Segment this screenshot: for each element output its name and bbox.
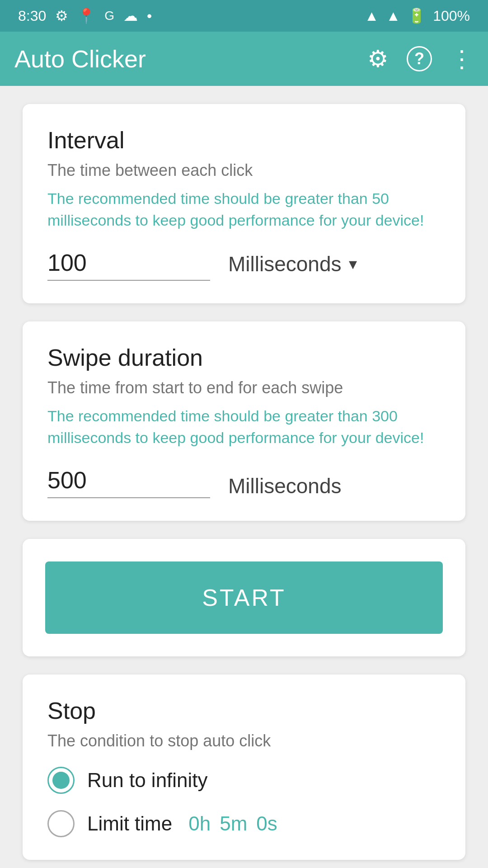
radio-infinity-circle	[47, 767, 75, 794]
swipe-unit-label: Milliseconds	[228, 474, 342, 498]
interval-unit-select[interactable]: Milliseconds ▾	[228, 252, 357, 281]
battery-percent: 100%	[433, 8, 470, 24]
limit-time-values: 0h 5m 0s	[188, 812, 277, 835]
radio-limit[interactable]: Limit time 0h 5m 0s	[47, 810, 441, 837]
radio-infinity[interactable]: Run to infinity	[47, 767, 441, 794]
swipe-note: The recommended time should be greater t…	[47, 406, 441, 448]
radio-infinity-label: Run to infinity	[87, 769, 208, 792]
main-content: Interval The time between each click The…	[0, 86, 488, 868]
signal-icon: ▲	[386, 8, 400, 24]
status-left: 8:30 ⚙ 📍 G ☁ •	[18, 7, 152, 24]
limit-seconds: 0s	[256, 812, 277, 835]
interval-note: The recommended time should be greater t…	[47, 188, 441, 231]
interval-input-row: Milliseconds ▾	[47, 249, 441, 281]
swipe-duration-card: Swipe duration The time from start to en…	[23, 321, 465, 521]
radio-limit-circle	[47, 810, 75, 837]
status-bar: 8:30 ⚙ 📍 G ☁ • ▲ ▲ 🔋 100%	[0, 0, 488, 32]
stop-subtitle: The condition to stop auto click	[47, 731, 441, 750]
start-card: START	[23, 539, 465, 656]
stop-radio-group: Run to infinity Limit time 0h 5m 0s	[47, 767, 441, 837]
swipe-title: Swipe duration	[47, 344, 441, 371]
radio-infinity-inner	[52, 772, 70, 789]
swipe-value-input[interactable]	[47, 467, 210, 498]
stop-title: Stop	[47, 697, 441, 724]
radio-limit-label: Limit time	[87, 812, 172, 835]
interval-unit-label: Milliseconds	[228, 252, 342, 276]
more-icon[interactable]: ⋮	[450, 45, 474, 72]
limit-hours: 0h	[188, 812, 211, 835]
interval-card: Interval The time between each click The…	[23, 104, 465, 303]
battery-icon: 🔋	[408, 7, 426, 24]
stop-card: Stop The condition to stop auto click Ru…	[23, 675, 465, 860]
interval-dropdown-arrow: ▾	[349, 255, 357, 274]
interval-title: Interval	[47, 127, 441, 154]
start-button[interactable]: START	[45, 561, 443, 634]
wifi-icon: ▲	[365, 8, 379, 24]
help-icon[interactable]: ?	[407, 46, 432, 71]
interval-subtitle: The time between each click	[47, 161, 441, 180]
swipe-subtitle: The time from start to end for each swip…	[47, 378, 441, 397]
app-title: Auto Clicker	[14, 45, 146, 73]
google-icon: G	[104, 9, 114, 23]
limit-minutes: 5m	[220, 812, 247, 835]
cloud-icon: ☁	[123, 7, 138, 24]
settings-icon[interactable]: ⚙	[367, 45, 389, 72]
status-right: ▲ ▲ 🔋 100%	[365, 7, 470, 24]
swipe-input-row: Milliseconds	[47, 467, 441, 498]
dot-icon: •	[147, 8, 152, 24]
app-bar: Auto Clicker ⚙ ? ⋮	[0, 32, 488, 86]
location-icon: 📍	[77, 7, 95, 24]
interval-value-input[interactable]	[47, 249, 210, 281]
status-time: 8:30	[18, 8, 46, 24]
app-bar-icons: ⚙ ? ⋮	[367, 45, 474, 72]
gear-status-icon: ⚙	[55, 7, 68, 24]
